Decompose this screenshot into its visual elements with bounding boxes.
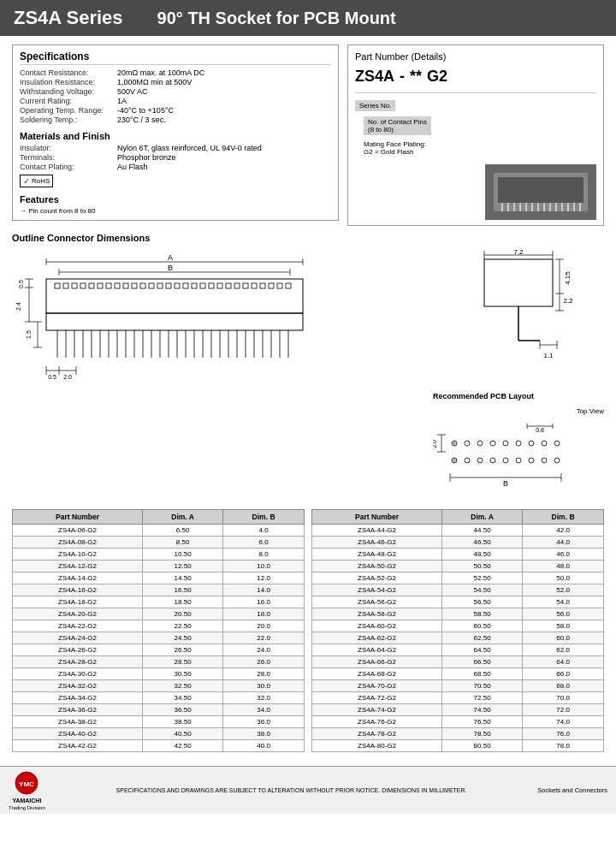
pn-title-text: Part Number <box>355 51 411 62</box>
table-cell: 42.50 <box>143 740 223 752</box>
table-cell: 30.50 <box>143 668 223 680</box>
table-cell: ZS4A-74-G2 <box>312 704 442 716</box>
table-cell: 76.50 <box>442 716 523 728</box>
table-row: ZS4A-24-G224.5022.0 <box>13 632 305 644</box>
right-diagrams: 7.2 4.15 2.2 <box>433 246 604 501</box>
table-row: ZS4A-26-G226.5024.0 <box>13 644 305 656</box>
features-section: Features → Pin count from 8 to 80 <box>20 194 331 215</box>
table-cell: ZS4A-70-G2 <box>312 680 442 692</box>
table-cell: 80.50 <box>442 740 523 752</box>
spec-label: Operating Temp. Range: <box>20 106 114 115</box>
table-cell: 56.0 <box>523 608 604 620</box>
table-cell: ZS4A-28-G2 <box>13 656 143 668</box>
pn-stars: ** <box>410 68 422 86</box>
partnumber-box: Part Number (Details) ZS4A - ** G2 Serie… <box>347 44 604 226</box>
table-cell: ZS4A-40-G2 <box>13 728 143 740</box>
spec-rows: Contact Resistance:20mΩ max. at 100mA DC… <box>20 68 331 124</box>
svg-rect-49 <box>260 283 265 288</box>
table-cell: 72.0 <box>523 704 604 716</box>
svg-rect-48 <box>252 283 257 288</box>
page-header: ZS4A Series 90° TH Socket for PCB Mount <box>0 0 616 36</box>
table-cell: ZS4A-30-G2 <box>13 668 143 680</box>
dimensions-title: Outline Connector Dimensions <box>12 233 604 243</box>
side-view-diagram: 7.2 4.15 2.2 <box>433 246 604 385</box>
svg-text:1.1: 1.1 <box>543 352 554 359</box>
svg-rect-52 <box>286 283 291 288</box>
table-cell: 32.50 <box>143 680 223 692</box>
table-cell: ZS4A-58-G2 <box>312 608 442 620</box>
svg-text:B: B <box>168 264 173 272</box>
footer-logo-block: YMC YAMAICHI Trading Division <box>9 770 45 810</box>
table-cell: 68.50 <box>442 668 523 680</box>
svg-rect-30 <box>98 283 103 288</box>
svg-point-129 <box>490 441 495 446</box>
svg-text:0.5: 0.5 <box>48 374 56 380</box>
svg-point-130 <box>503 441 508 446</box>
table-cell: ZS4A-66-G2 <box>312 656 442 668</box>
table-row: ZS4A-40-G240.5038.0 <box>13 728 305 740</box>
page-footer: YMC YAMAICHI Trading Division SPECIFICAT… <box>0 766 616 814</box>
svg-rect-26 <box>63 283 68 288</box>
table-cell: 46.50 <box>442 537 523 549</box>
table-cell: ZS4A-62-G2 <box>312 632 442 644</box>
table-cell: 32.0 <box>223 692 305 704</box>
table-cell: ZS4A-18-G2 <box>13 596 143 608</box>
table-row: ZS4A-78-G278.5076.0 <box>312 728 604 740</box>
right-part-table: Part Number Dim. A Dim. B ZS4A-44-G244.5… <box>311 509 604 752</box>
svg-point-140 <box>516 458 521 463</box>
svg-point-141 <box>529 458 534 463</box>
table-row: ZS4A-48-G248.5046.0 <box>312 549 604 561</box>
table-cell: ZS4A-72-G2 <box>312 692 442 704</box>
table-cell: 18.0 <box>223 608 305 620</box>
right-col-dimb: Dim. B <box>523 510 604 525</box>
table-cell: ZS4A-32-G2 <box>13 680 143 692</box>
table-cell: 36.50 <box>143 704 223 716</box>
table-cell: 8.50 <box>143 537 223 549</box>
table-cell: 64.50 <box>442 644 523 656</box>
table-cell: 46.0 <box>523 549 604 561</box>
left-col-dimb: Dim. B <box>223 510 305 525</box>
svg-rect-36 <box>149 283 154 288</box>
table-row: ZS4A-32-G232.5030.0 <box>13 680 305 692</box>
table-cell: 40.50 <box>143 728 223 740</box>
table-cell: 28.50 <box>143 656 223 668</box>
material-value: Nylon 6T, glass reinforced, UL 94V-0 rat… <box>117 144 262 152</box>
table-cell: ZS4A-06-G2 <box>13 525 143 537</box>
spec-row: Operating Temp. Range:-40°C to +105°C <box>20 106 331 115</box>
table-cell: 60.50 <box>442 620 523 632</box>
table-cell: ZS4A-44-G2 <box>312 525 442 537</box>
footer-note: SPECIFICATIONS AND DRAWINGS ARE SUBJECT … <box>45 787 537 793</box>
table-cell: 12.50 <box>143 561 223 572</box>
table-row: ZS4A-64-G264.5062.0 <box>312 644 604 656</box>
table-cell: ZS4A-42-G2 <box>13 740 143 752</box>
table-cell: 66.0 <box>523 668 604 680</box>
table-section: Part Number Dim. A Dim. B ZS4A-06-G26.50… <box>12 509 604 752</box>
spec-value: 500V AC <box>117 87 148 96</box>
table-cell: 48.0 <box>523 561 604 572</box>
svg-point-137 <box>477 458 483 463</box>
table-cell: ZS4A-68-G2 <box>312 668 442 680</box>
spec-value: 1,000MΩ min at 500V <box>117 78 192 86</box>
table-cell: 26.0 <box>223 656 305 668</box>
svg-rect-32 <box>115 283 120 288</box>
table-cell: 26.50 <box>143 644 223 656</box>
pn-suffix: G2 <box>427 68 447 86</box>
table-cell: ZS4A-54-G2 <box>312 584 442 596</box>
left-panel: Specifications Contact Resistance:20mΩ m… <box>12 44 339 226</box>
table-cell: ZS4A-60-G2 <box>312 620 442 632</box>
table-cell: 44.0 <box>523 537 604 549</box>
table-cell: 54.0 <box>523 596 604 608</box>
table-cell: 34.0 <box>223 704 305 716</box>
table-cell: ZS4A-64-G2 <box>312 644 442 656</box>
table-row: ZS4A-36-G236.5034.0 <box>13 704 305 716</box>
table-cell: 4.0 <box>223 525 305 537</box>
table-cell: 58.0 <box>523 620 604 632</box>
table-cell: 44.50 <box>442 525 523 537</box>
svg-text:2.0: 2.0 <box>433 440 437 448</box>
pn-label-series: Series No. <box>355 100 596 111</box>
svg-rect-33 <box>123 283 128 288</box>
rohs-check-icon: ✓ <box>23 176 30 186</box>
table-row: ZS4A-44-G244.5042.0 <box>312 525 604 537</box>
table-row: ZS4A-58-G258.5056.0 <box>312 608 604 620</box>
table-cell: 10.50 <box>143 549 223 561</box>
